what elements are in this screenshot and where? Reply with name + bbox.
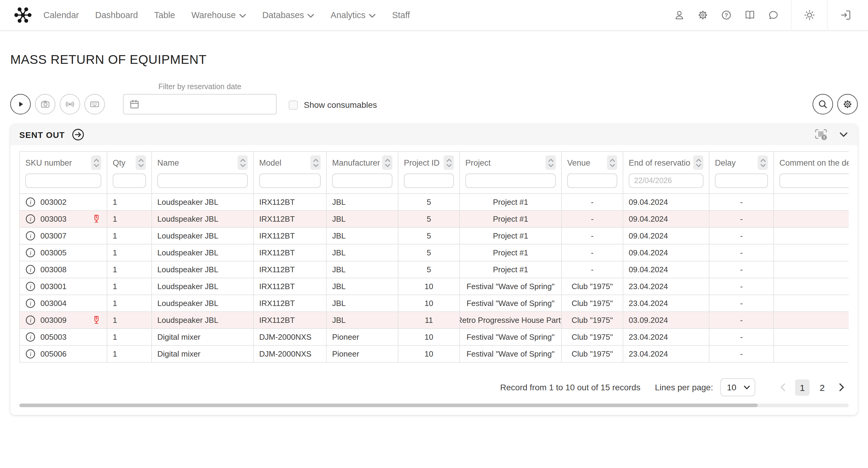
navbar-divider bbox=[827, 0, 828, 30]
cell-comment bbox=[774, 261, 849, 278]
column-filter-input[interactable] bbox=[259, 173, 321, 188]
cell-project: Retro Progressive House Party bbox=[460, 312, 562, 329]
table-row[interactable]: i0030071Loudspeaker JBLIRX112BTJBL5Proje… bbox=[19, 228, 849, 244]
docs-icon[interactable] bbox=[742, 7, 757, 23]
cell-name: Loudspeaker JBL bbox=[152, 244, 254, 261]
column-filter-input[interactable] bbox=[715, 173, 768, 188]
toolbar-actions bbox=[10, 94, 105, 114]
table-row[interactable]: i0050061Digital mixerDJM-2000NXSPioneer1… bbox=[19, 346, 849, 363]
table-row[interactable]: i0030091Loudspeaker JBLIRX112BTJBL11Retr… bbox=[19, 312, 849, 329]
user-icon[interactable] bbox=[671, 7, 687, 23]
info-icon[interactable]: i bbox=[25, 214, 36, 224]
table-row[interactable]: i0050031Digital mixerDJM-2000NXSPioneer1… bbox=[19, 329, 849, 346]
lines-per-page-label: Lines per page: bbox=[655, 382, 713, 392]
table-row[interactable]: i0030031Loudspeaker JBLIRX112BTJBL5Proje… bbox=[19, 211, 849, 228]
lines-per-page-select[interactable]: 10 bbox=[720, 378, 755, 396]
cell-project_id: 5 bbox=[398, 194, 460, 211]
column-filter-input[interactable] bbox=[404, 173, 454, 188]
cell-project: Project #1 bbox=[460, 194, 562, 211]
theme-sun-icon[interactable] bbox=[801, 7, 817, 23]
cell-delay: - bbox=[710, 211, 774, 228]
settings-icon[interactable] bbox=[695, 7, 710, 23]
column-header: Manufacturer bbox=[327, 152, 398, 193]
nav-link-warehouse[interactable]: Warehouse bbox=[191, 10, 246, 20]
login-icon[interactable] bbox=[838, 7, 853, 23]
cell-venue: - bbox=[562, 194, 623, 211]
table-settings-button[interactable] bbox=[837, 94, 858, 114]
nav-link-staff[interactable]: Staff bbox=[392, 10, 410, 20]
search-button[interactable] bbox=[812, 94, 833, 114]
svg-text:i: i bbox=[30, 233, 31, 239]
column-filter-input[interactable] bbox=[157, 173, 248, 188]
barcode-scan-icon[interactable]: ! bbox=[813, 127, 829, 142]
show-consumables-checkbox[interactable]: Show consumables bbox=[289, 100, 377, 110]
sort-button[interactable] bbox=[444, 156, 454, 170]
horizontal-scrollbar[interactable] bbox=[19, 404, 849, 407]
sort-button[interactable] bbox=[238, 156, 248, 170]
sort-button[interactable] bbox=[607, 156, 617, 170]
page-button-1[interactable]: 1 bbox=[795, 379, 809, 395]
sort-button[interactable] bbox=[91, 156, 101, 170]
sort-button[interactable] bbox=[546, 156, 556, 170]
nav-link-dashboard[interactable]: Dashboard bbox=[95, 10, 138, 20]
app-logo-icon[interactable] bbox=[11, 3, 35, 27]
cell-qty: 1 bbox=[107, 346, 152, 363]
sort-button[interactable] bbox=[135, 156, 146, 170]
cell-comment bbox=[774, 211, 849, 228]
next-page-button[interactable] bbox=[834, 379, 849, 395]
table-row[interactable]: i0030021Loudspeaker JBLIRX112BTJBL5Proje… bbox=[19, 194, 849, 211]
sort-button[interactable] bbox=[382, 156, 393, 170]
sent-out-panel: SENT OUT bbox=[10, 124, 858, 415]
show-consumables-checkbox-input[interactable] bbox=[289, 100, 298, 109]
prev-page-button[interactable] bbox=[776, 379, 790, 395]
column-label: Venue bbox=[567, 158, 590, 167]
info-icon[interactable]: i bbox=[25, 298, 36, 308]
cell-sku: i003008 bbox=[20, 261, 107, 278]
chevron-down-icon[interactable] bbox=[838, 130, 849, 140]
column-filter-input[interactable] bbox=[629, 173, 704, 188]
column-filter-input[interactable] bbox=[465, 173, 556, 188]
keyboard-button[interactable] bbox=[84, 94, 105, 114]
help-icon[interactable]: ? bbox=[718, 7, 734, 23]
nav-link-calendar[interactable]: Calendar bbox=[43, 10, 79, 20]
play-button[interactable] bbox=[10, 94, 31, 114]
cell-delay: - bbox=[710, 312, 774, 329]
nav-link-table[interactable]: Table bbox=[154, 10, 175, 20]
info-icon[interactable]: i bbox=[25, 315, 36, 325]
column-filter-input[interactable] bbox=[332, 173, 393, 188]
info-icon[interactable]: i bbox=[25, 264, 36, 275]
info-icon[interactable]: i bbox=[25, 197, 36, 207]
cell-project: Project #1 bbox=[460, 211, 562, 228]
column-filter-input[interactable] bbox=[567, 173, 617, 188]
info-icon[interactable]: i bbox=[25, 281, 36, 292]
table-row[interactable]: i0030041Loudspeaker JBLIRX112BTJBL10Fest… bbox=[19, 295, 849, 312]
scan-signal-button[interactable] bbox=[60, 94, 80, 114]
scrollbar-thumb[interactable] bbox=[19, 404, 757, 407]
table-row[interactable]: i0030081Loudspeaker JBLIRX112BTJBL5Proje… bbox=[19, 261, 849, 278]
reservation-date-input[interactable] bbox=[123, 94, 277, 114]
nav-link-analytics[interactable]: Analytics bbox=[331, 10, 376, 20]
page-button-2[interactable]: 2 bbox=[815, 379, 830, 395]
sort-button[interactable] bbox=[693, 156, 704, 170]
cell-end_of_reservation: 09.04.2024 bbox=[623, 261, 710, 278]
sort-button[interactable] bbox=[310, 156, 321, 170]
panel-title: SENT OUT bbox=[19, 130, 65, 139]
nav-link-databases[interactable]: Databases bbox=[262, 10, 314, 20]
column-label: Project ID bbox=[404, 158, 440, 167]
column-filter-input[interactable] bbox=[113, 173, 146, 188]
camera-button[interactable] bbox=[35, 94, 56, 114]
info-icon[interactable]: i bbox=[25, 349, 36, 359]
arrow-right-circle-icon[interactable] bbox=[71, 128, 85, 141]
info-icon[interactable]: i bbox=[25, 231, 36, 241]
table-row[interactable]: i0030051Loudspeaker JBLIRX112BTJBL5Proje… bbox=[19, 244, 849, 261]
chat-icon[interactable] bbox=[765, 7, 781, 23]
cell-qty: 1 bbox=[107, 329, 152, 346]
cell-end_of_reservation: 23.04.2024 bbox=[623, 329, 710, 346]
column-filter-input[interactable] bbox=[779, 173, 849, 188]
column-filter-input[interactable] bbox=[25, 173, 101, 188]
info-icon[interactable]: i bbox=[25, 332, 36, 342]
table-row[interactable]: i0030011Loudspeaker JBLIRX112BTJBL10Fest… bbox=[19, 278, 849, 295]
sort-button[interactable] bbox=[758, 156, 768, 170]
info-icon[interactable]: i bbox=[25, 247, 36, 258]
cell-qty: 1 bbox=[107, 194, 152, 211]
